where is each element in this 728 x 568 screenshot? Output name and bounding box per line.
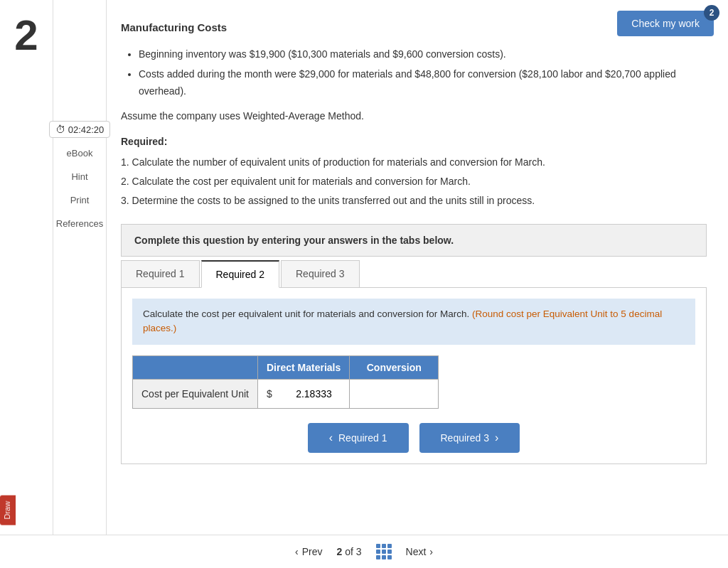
timer-icon: ⏱ [55, 124, 65, 135]
tab-instruction: Calculate the cost per equivalent unit f… [132, 299, 695, 345]
col-header-direct-materials: Direct Materials [257, 355, 349, 379]
sidebar-item-references[interactable]: References [56, 215, 103, 232]
dollar-sign: $ [267, 388, 272, 400]
check-my-work-button[interactable]: Check my work 2 [617, 11, 714, 36]
sidebar-item-hint[interactable]: Hint [71, 168, 87, 185]
required-item-2: 2. Calculate the cost per equivalent uni… [121, 172, 707, 191]
grid-icon[interactable] [376, 544, 392, 559]
grid-dot-4 [376, 550, 380, 554]
check-my-work-label: Check my work [631, 18, 700, 29]
col1-input-cell: $ [267, 388, 341, 400]
data-table: Direct Materials Conversion Cost per Equ… [132, 355, 439, 409]
assume-text: Assume the company uses Weighted-Average… [121, 110, 707, 122]
col-header-conversion: Conversion [350, 355, 439, 379]
row-col1: $ [257, 379, 349, 408]
required-item-1: 1. Calculate the number of equivalent un… [121, 153, 707, 172]
grid-dot-3 [387, 544, 392, 548]
bullet-list: Beginning inventory was $19,900 ($10,300… [121, 46, 707, 100]
bottom-nav: ‹ Prev 2 of 3 Next › [0, 535, 728, 568]
next-chevron-icon: › [429, 546, 433, 557]
prev-required-button[interactable]: ‹ Required 1 [308, 423, 409, 453]
grid-dot-2 [382, 544, 386, 548]
next-page-button[interactable]: Next › [406, 546, 433, 557]
question-number: 2 [14, 14, 38, 57]
table-row: Cost per Equivalent Unit $ [133, 379, 439, 408]
instruction-box: Complete this question by entering your … [121, 224, 707, 257]
of-text: of [345, 546, 356, 557]
current-page: 2 [336, 546, 342, 557]
grid-dot-8 [382, 555, 386, 559]
next-label: Next [406, 546, 427, 557]
question-number-panel: 2 [0, 0, 53, 568]
direct-materials-input[interactable] [275, 388, 332, 400]
timer-box: ⏱ 02:42:20 [49, 121, 111, 138]
tab-required-3[interactable]: Required 3 [281, 260, 360, 287]
timer-display: 02:42:20 [68, 124, 105, 135]
sidebar: ⏱ 02:42:20 eBook Hint Print References [53, 0, 107, 568]
prev-chevron-icon: ‹ [295, 546, 299, 557]
grid-dot-9 [387, 555, 392, 559]
table-header-row: Direct Materials Conversion [133, 355, 439, 379]
tabs-container: Required 1 Required 2 Required 3 [121, 257, 707, 288]
grid-dot-5 [382, 550, 386, 554]
grid-dot-1 [376, 544, 380, 548]
sidebar-item-print[interactable]: Print [70, 192, 90, 208]
prev-required-label: Required 1 [338, 432, 387, 444]
grid-dot-7 [376, 555, 380, 559]
left-panel-label: Draw [3, 501, 11, 520]
sidebar-item-ebook[interactable]: eBook [67, 145, 93, 161]
next-required-label: Required 3 [441, 432, 490, 444]
tab-required-2[interactable]: Required 2 [201, 260, 280, 288]
tab-nav-buttons: ‹ Required 1 Required 3 › [132, 423, 695, 453]
required-label: Required: [121, 136, 707, 147]
required-items: 1. Calculate the number of equivalent un… [121, 153, 707, 210]
check-badge: 2 [704, 5, 719, 21]
col-header-empty [133, 355, 258, 379]
row-label: Cost per Equivalent Unit [133, 379, 258, 408]
bullet-item-2: Costs added during the month were $29,00… [139, 66, 707, 100]
next-chevron-icon: › [495, 432, 498, 444]
row-col2 [350, 379, 439, 408]
tab-instruction-text: Calculate the cost per equivalent unit f… [143, 309, 469, 319]
prev-label: Prev [302, 546, 323, 557]
main-content: Check my work 2 Manufacturing Costs Begi… [107, 0, 728, 568]
prev-chevron-icon: ‹ [329, 432, 333, 444]
left-red-panel[interactable]: Draw [0, 495, 16, 525]
total-pages: 3 [356, 546, 362, 557]
conversion-input[interactable] [358, 385, 429, 402]
bullet-item-1: Beginning inventory was $19,900 ($10,300… [139, 46, 707, 63]
tab-required-1[interactable]: Required 1 [121, 260, 200, 287]
check-my-work-container: Check my work 2 [617, 11, 714, 36]
page-info: 2 of 3 [336, 546, 361, 557]
required-item-3: 3. Determine the costs to be assigned to… [121, 191, 707, 210]
tab-content: Calculate the cost per equivalent unit f… [121, 288, 707, 464]
grid-dot-6 [387, 550, 392, 554]
prev-page-button[interactable]: ‹ Prev [295, 546, 322, 557]
next-required-button[interactable]: Required 3 › [419, 423, 520, 453]
